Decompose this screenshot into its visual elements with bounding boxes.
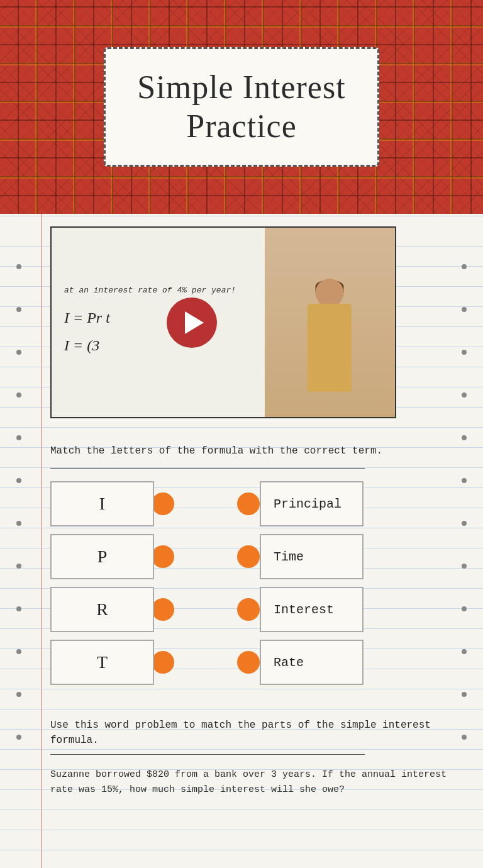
word-problem-section: Use this word problem to match the parts… xyxy=(50,718,458,798)
match-right-Rate[interactable]: Rate xyxy=(260,640,364,685)
match-right-Interest[interactable]: Interest xyxy=(260,587,364,632)
match-dot-right-3[interactable] xyxy=(237,598,260,621)
video-whiteboard: at an interest rate of 4% per year! I = … xyxy=(52,228,275,417)
play-button[interactable] xyxy=(167,298,217,348)
match-row-4: T Rate xyxy=(50,640,458,685)
match-divider xyxy=(50,468,365,469)
match-right-Principal[interactable]: Principal xyxy=(260,481,364,526)
match-left-T[interactable]: T xyxy=(50,640,154,685)
match-dot-left-3[interactable] xyxy=(152,598,174,621)
video-teacher xyxy=(265,228,395,417)
title-box: Simple Interest Practice xyxy=(104,47,379,167)
header-background: Simple Interest Practice xyxy=(0,0,483,214)
match-dot-left-1[interactable] xyxy=(152,492,174,515)
teacher-head xyxy=(316,279,344,307)
match-instruction: Match the letters of the formula with th… xyxy=(50,443,458,459)
match-row-1: I Principal xyxy=(50,481,458,526)
match-right-Time[interactable]: Time xyxy=(260,534,364,579)
video-container: at an interest rate of 4% per year! I = … xyxy=(50,214,458,418)
match-dot-right-2[interactable] xyxy=(237,545,260,568)
match-dot-right-4[interactable] xyxy=(237,651,260,674)
match-left-R[interactable]: R xyxy=(50,587,154,632)
content-area: at an interest rate of 4% per year! I = … xyxy=(0,214,483,868)
word-problem-text: Suzanne borrowed $820 from a bank over 3… xyxy=(50,767,458,798)
match-dot-left-2[interactable] xyxy=(152,545,174,568)
match-row-3: R Interest xyxy=(50,587,458,632)
word-problem-instruction: Use this word problem to match the parts… xyxy=(50,718,458,748)
match-dot-right-1[interactable] xyxy=(237,492,260,515)
match-row-2: P Time xyxy=(50,534,458,579)
match-left-I[interactable]: I xyxy=(50,481,154,526)
match-left-P[interactable]: P xyxy=(50,534,154,579)
video-whiteboard-text: at an interest rate of 4% per year! xyxy=(64,286,262,295)
video-formula: I = Pr t I = (3 xyxy=(64,304,262,359)
page-title: Simple Interest Practice xyxy=(137,68,345,147)
word-problem-divider xyxy=(50,754,365,755)
left-dots xyxy=(6,214,31,868)
match-dot-left-4[interactable] xyxy=(152,651,174,674)
match-section: Match the letters of the formula with th… xyxy=(50,437,458,699)
teacher-body xyxy=(308,304,352,392)
video-thumbnail[interactable]: at an interest rate of 4% per year! I = … xyxy=(50,226,396,418)
